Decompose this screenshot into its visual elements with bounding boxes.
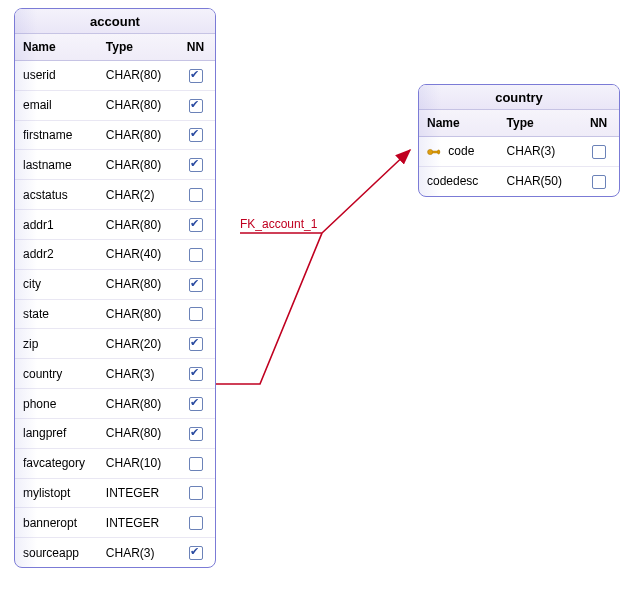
checkbox-icon [592,145,606,159]
checkbox-icon [189,427,203,441]
checkbox-icon [189,99,203,113]
checkbox-icon [189,278,203,292]
svg-rect-2 [438,150,440,154]
col-header-name: Name [419,110,499,137]
table-row: langprefCHAR(80) [15,418,215,448]
checkbox-icon [189,218,203,232]
erd-canvas: { "tables": { "account": { "title": "acc… [0,0,634,596]
col-header-name: Name [15,34,98,61]
primary-key-icon [427,147,441,157]
checkbox-icon [189,516,203,530]
fk-label: FK_account_1 [240,217,317,231]
table-row: countryCHAR(3) [15,359,215,389]
col-header-type: Type [98,34,176,61]
checkbox-icon [189,158,203,172]
table-row: cityCHAR(80) [15,269,215,299]
table-row: banneroptINTEGER [15,508,215,538]
checkbox-icon [189,367,203,381]
table-row: lastnameCHAR(80) [15,150,215,180]
table-row: emailCHAR(80) [15,90,215,120]
table-country-title: country [419,85,619,110]
checkbox-icon [189,457,203,471]
table-row: sourceappCHAR(3) [15,538,215,567]
table-row: zipCHAR(20) [15,329,215,359]
table-row: favcategoryCHAR(10) [15,448,215,478]
table-account-title: account [15,9,215,34]
checkbox-icon [189,307,203,321]
checkbox-icon [189,546,203,560]
checkbox-icon [189,397,203,411]
table-country: country Name Type NN code CHAR(3) c [418,84,620,197]
col-header-nn: NN [578,110,619,137]
svg-point-0 [428,150,433,155]
table-row: addr1CHAR(80) [15,210,215,240]
checkbox-icon [189,248,203,262]
table-row: stateCHAR(80) [15,299,215,329]
table-row: addr2CHAR(40) [15,239,215,269]
checkbox-icon [189,337,203,351]
col-header-type: Type [499,110,579,137]
table-row: mylistoptINTEGER [15,478,215,508]
checkbox-icon [189,69,203,83]
checkbox-icon [189,128,203,142]
table-row: acstatusCHAR(2) [15,180,215,210]
table-account: account Name Type NN useridCHAR(80) emai… [14,8,216,568]
checkbox-icon [189,486,203,500]
table-row: code CHAR(3) [419,137,619,167]
checkbox-icon [592,175,606,189]
checkbox-icon [189,188,203,202]
table-row: firstnameCHAR(80) [15,120,215,150]
col-header-nn: NN [176,34,215,61]
table-row: useridCHAR(80) [15,61,215,91]
table-row: codedesc CHAR(50) [419,166,619,195]
table-row: phoneCHAR(80) [15,389,215,419]
